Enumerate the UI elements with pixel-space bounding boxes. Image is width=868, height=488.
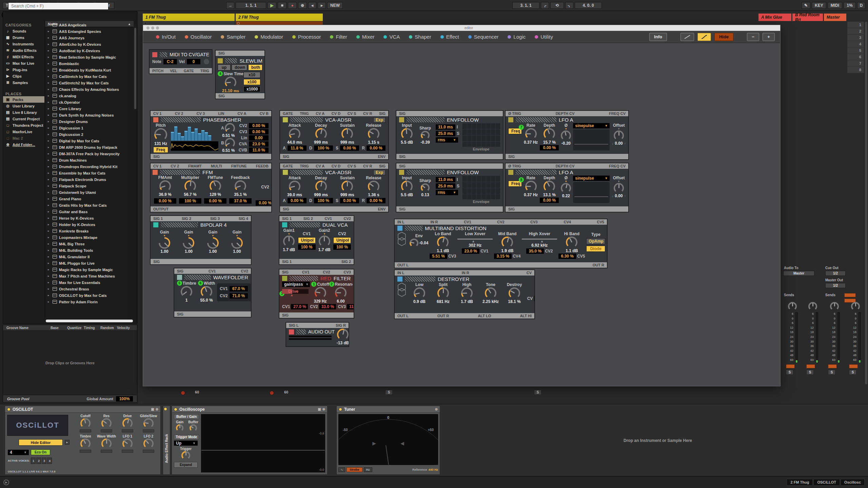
new-button[interactable]: NEW	[327, 2, 343, 9]
expand-triangle-icon[interactable]: ▸	[48, 94, 51, 97]
patch-port[interactable]: SIG	[153, 260, 160, 264]
browser-pack-item[interactable]: ▸Digital by Max for Cats	[45, 138, 134, 144]
phase-knob[interactable]	[561, 130, 571, 141]
module-category-tab[interactable]: Oscillator	[185, 34, 212, 40]
expand-triangle-icon[interactable]: ▸	[48, 165, 51, 168]
expand-triangle-icon[interactable]: ▸	[48, 152, 51, 155]
browser-pack-item[interactable]: ▸M4L Building Tools	[45, 247, 134, 253]
browser-pack-item[interactable]: ▸Flatpack Scope	[45, 183, 134, 189]
browser-category[interactable]: ◎User Library	[3, 103, 44, 109]
module-category-tab[interactable]: Sequencer	[468, 34, 499, 40]
patch-port[interactable]: CV B	[260, 111, 269, 116]
rack-activator[interactable]	[164, 407, 167, 411]
expand-triangle-icon[interactable]: ▸	[48, 287, 51, 290]
strobe-toggle[interactable]: Strobe	[347, 467, 362, 472]
horizontal-scrollbar[interactable]	[46, 320, 133, 322]
hide-cords-button[interactable]: Hide	[714, 33, 733, 41]
knob[interactable]	[235, 180, 246, 192]
gain-knob[interactable]	[159, 237, 170, 249]
map-button[interactable]	[143, 450, 154, 453]
patch-port[interactable]: FREQ CV	[609, 164, 626, 168]
phase-a-knob[interactable]	[225, 123, 235, 133]
punch-position-field[interactable]: 3. 1. 1	[512, 2, 539, 9]
expand-triangle-icon[interactable]: ▸	[48, 249, 51, 252]
patch-port[interactable]: CV	[527, 271, 532, 275]
browser-pack-item[interactable]: ▸Herse by K-Devices	[45, 215, 134, 221]
browser-category[interactable]: ▣Packs	[3, 96, 44, 103]
expand-triangle-icon[interactable]: ▸	[48, 49, 51, 52]
expand-triangle-icon[interactable]: ▸	[48, 107, 51, 110]
browser-pack-item[interactable]: ▸AlterEcho by K-Devices	[45, 41, 134, 47]
patch-port[interactable]: SIG 2	[341, 260, 351, 264]
window-titlebar[interactable]: editor	[143, 25, 780, 31]
patch-port[interactable]: SIG 2	[303, 217, 313, 221]
drag-handle[interactable]	[160, 52, 167, 57]
lo-band-knob[interactable]	[437, 237, 449, 248]
expand-triangle-icon[interactable]: ▸	[48, 171, 51, 175]
browser-pack-item[interactable]: ▸Gratis Hits by Max for Cats	[45, 202, 134, 208]
info-button[interactable]: Info	[649, 33, 667, 41]
module-slewlim[interactable]: SIG SLEWLIM up down both 4Slew Time 21.1…	[215, 50, 265, 99]
draw-mode-button[interactable]: ✎	[802, 2, 810, 9]
expand-triangle-icon[interactable]: ▸	[48, 146, 51, 149]
module-category-tab[interactable]: In/Out	[156, 34, 176, 40]
browser-pack-item[interactable]: ▸ck.Operator	[45, 99, 134, 105]
phase-knob[interactable]	[561, 183, 571, 193]
patch-port[interactable]: CV1	[325, 217, 332, 221]
map-button[interactable]	[80, 429, 91, 432]
knob[interactable]	[341, 181, 353, 192]
output-level-knob[interactable]	[337, 329, 349, 340]
drag-handle[interactable]	[516, 170, 556, 175]
browser-pack-item[interactable]: ▸M4L Granulator II	[45, 253, 134, 260]
expand-triangle-icon[interactable]: ▸	[48, 56, 51, 59]
exp-toggle[interactable]: Exp	[373, 117, 386, 123]
patch-port[interactable]: SIG	[177, 312, 183, 316]
depth-knob[interactable]	[544, 181, 555, 192]
trigger-knob[interactable]	[181, 451, 190, 460]
drag-handle[interactable]	[290, 276, 318, 281]
solo-button[interactable]: S	[828, 370, 835, 375]
module-phasebasher[interactable]: CV 1CV 2CV 3LINCV ACV B PHASEBASHER Pitc…	[150, 110, 272, 160]
macro-knob[interactable]	[143, 418, 154, 428]
drag-handle[interactable]	[405, 277, 435, 282]
solo-button[interactable]: S	[385, 390, 393, 395]
cv1-amount-box[interactable]: 100 %	[298, 244, 316, 250]
module-audio-out[interactable]: SIG LSIG R AUDIO OUT -13 dB	[286, 322, 349, 347]
expand-triangle-icon[interactable]: ▸	[48, 159, 51, 162]
browser-pack-item[interactable]: ▸Digicussion 2	[45, 131, 134, 138]
sharp-knob[interactable]	[421, 131, 430, 140]
browser-pack-item[interactable]: ▸Beat Selection by Sample Magic	[45, 54, 134, 60]
cv-amount-box[interactable]: 100 %	[179, 198, 201, 204]
patch-port[interactable]: CV A	[316, 111, 324, 116]
patch-port[interactable]: CV1	[464, 220, 471, 224]
device-oscillot[interactable]: OSCiLLOT▣⊗ OSCiLLOT Hide Editor ▸ 4▼ Eco…	[5, 406, 161, 475]
exp-toggle[interactable]: Exp	[373, 170, 386, 175]
module-vca-adsr-2[interactable]: GATETRIGCV ACV DCV SCV RSIG VCA-ADSRExp …	[280, 163, 389, 212]
zoom-out-button[interactable]: −	[747, 33, 759, 41]
expand-triangle-icon[interactable]: ▸	[48, 36, 51, 39]
patch-port[interactable]: CV3	[344, 270, 351, 274]
browser-pack-item[interactable]: ▸Drumdrops Recording Hybrid Kit	[45, 163, 134, 170]
browser-category[interactable]: ≣Samples	[3, 79, 44, 86]
macro-knob[interactable]	[80, 418, 91, 428]
module-category-tab[interactable]: Effect	[440, 34, 459, 40]
browser-pack-item[interactable]: ▸M4L Big Three	[45, 241, 134, 247]
close-window-button[interactable]	[146, 26, 150, 29]
patch-port[interactable]: CV 2	[171, 164, 179, 168]
tuner-view-icon[interactable]: ∿	[338, 467, 345, 472]
offset-knob[interactable]	[614, 130, 624, 141]
x10-button[interactable]: x10	[243, 72, 260, 78]
hi-cv-box[interactable]: 6.30 %	[558, 253, 576, 259]
expand-triangle-icon[interactable]: ▸	[48, 236, 51, 239]
offset-down-arrow[interactable]: ↓	[612, 194, 613, 198]
browser-pack-item[interactable]: ▸Max for Live Essentials	[45, 279, 134, 286]
release-time-box[interactable]: 25.0 ms	[436, 183, 455, 189]
scene-row[interactable]: 3	[847, 35, 864, 41]
waveform-dropdown[interactable]: sinepulse▼	[573, 176, 610, 181]
knob[interactable]	[368, 128, 379, 140]
patch-port[interactable]: CV R	[363, 111, 372, 116]
expand-triangle-icon[interactable]: ▸	[48, 75, 51, 78]
trigger-button[interactable]	[204, 59, 209, 64]
browser-category[interactable]: □Thundera Project	[3, 122, 44, 128]
patch-port[interactable]: OUT R	[593, 263, 604, 267]
